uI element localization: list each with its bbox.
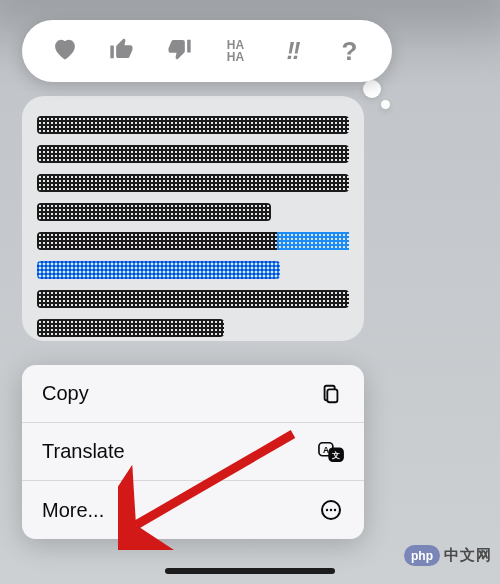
reaction-haha[interactable]: HA HA xyxy=(217,32,255,70)
redacted-text xyxy=(37,319,224,337)
reaction-heart[interactable] xyxy=(46,32,84,70)
context-menu: Copy Translate A 文 More... xyxy=(22,365,364,539)
heart-icon xyxy=(50,35,80,67)
svg-point-6 xyxy=(326,509,328,511)
reaction-thumbs-down[interactable] xyxy=(160,32,198,70)
svg-point-8 xyxy=(334,509,336,511)
redacted-highlight xyxy=(37,261,280,279)
watermark: php 中文网 xyxy=(404,545,492,566)
exclaim-icon: !! xyxy=(287,37,299,65)
redacted-text xyxy=(37,174,349,192)
redacted-text xyxy=(37,290,349,308)
menu-label: Copy xyxy=(42,382,89,405)
translate-icon: A 文 xyxy=(318,439,344,465)
menu-item-translate[interactable]: Translate A 文 xyxy=(22,423,364,481)
svg-text:文: 文 xyxy=(331,450,340,460)
thumbs-up-icon xyxy=(108,35,136,67)
menu-item-copy[interactable]: Copy xyxy=(22,365,364,423)
tapback-reaction-bar: HA HA !! ? xyxy=(22,20,392,82)
reaction-question[interactable]: ? xyxy=(331,32,369,70)
thumbs-down-icon xyxy=(165,35,193,67)
redacted-text xyxy=(37,203,271,221)
redacted-text xyxy=(37,145,349,163)
svg-text:A: A xyxy=(323,444,329,454)
tapback-tail xyxy=(363,80,390,109)
redacted-highlight xyxy=(277,232,349,250)
message-bubble[interactable] xyxy=(22,96,364,341)
watermark-badge: php xyxy=(404,545,440,566)
reaction-exclaim[interactable]: !! xyxy=(274,32,312,70)
watermark-text: 中文网 xyxy=(444,546,492,565)
menu-label: More... xyxy=(42,499,104,522)
menu-label: Translate xyxy=(42,440,125,463)
home-indicator[interactable] xyxy=(165,568,335,574)
redacted-text xyxy=(37,232,349,250)
redacted-text xyxy=(37,116,349,134)
question-icon: ? xyxy=(342,36,358,67)
more-icon xyxy=(318,497,344,523)
svg-rect-0 xyxy=(327,389,337,402)
svg-point-7 xyxy=(330,509,332,511)
copy-icon xyxy=(318,381,344,407)
haha-icon: HA HA xyxy=(227,39,244,63)
menu-item-more[interactable]: More... xyxy=(22,481,364,539)
reaction-thumbs-up[interactable] xyxy=(103,32,141,70)
